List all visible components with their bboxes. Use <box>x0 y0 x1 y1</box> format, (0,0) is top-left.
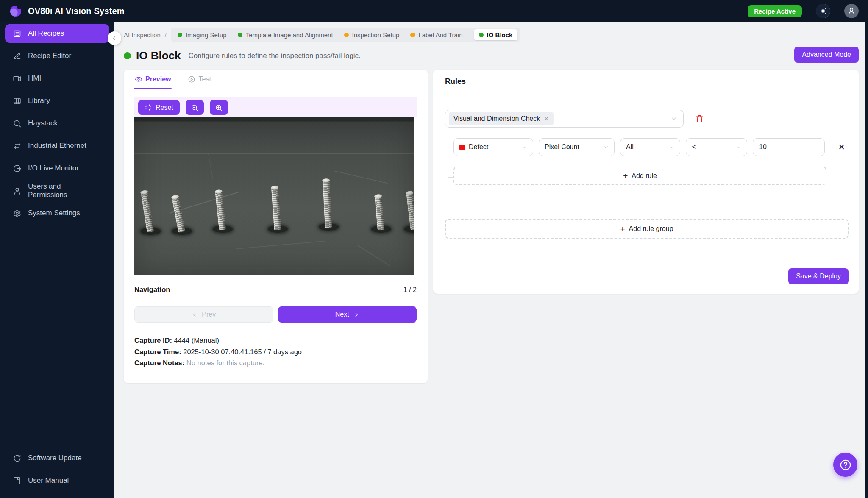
rule-row: Defect Pixel Count All <box>453 138 849 156</box>
rules-panel: Rules Visual and Dimension Check ✕ <box>433 70 859 294</box>
image-toolbar: Reset <box>134 97 417 117</box>
sidebar-item-system-settings[interactable]: System Settings <box>5 204 109 223</box>
chevron-down-icon <box>603 144 609 150</box>
breadcrumb-step-inspection-setup[interactable]: Inspection Setup <box>344 31 400 39</box>
theme-toggle-button[interactable] <box>816 4 830 18</box>
delete-rule-group-button[interactable] <box>695 114 704 123</box>
sidebar-item-io-live-monitor[interactable]: I/O Live Monitor <box>5 159 109 178</box>
trash-icon <box>695 114 704 123</box>
check-type-tag: Visual and Dimension Check ✕ <box>449 112 554 125</box>
sidebar-item-label: Library <box>28 97 50 105</box>
reset-label: Reset <box>156 104 173 111</box>
rule-tree: Defect Pixel Count All <box>445 138 849 185</box>
capture-notes-label: Capture Notes: <box>134 359 184 367</box>
rule-scope-value: All <box>626 143 634 151</box>
check-type-select[interactable]: Visual and Dimension Check ✕ <box>445 110 684 128</box>
chevron-down-icon <box>670 115 677 122</box>
capture-time-value: 2025-10-30 07:40:41.165 / 7 days ago <box>183 348 302 356</box>
grid-icon <box>13 97 22 106</box>
navigation-label: Navigation <box>134 286 170 294</box>
sidebar-item-hmi[interactable]: HMI <box>5 69 109 88</box>
sidebar-item-library[interactable]: Library <box>5 92 109 110</box>
prev-button[interactable]: Prev <box>134 306 273 323</box>
sidebar-item-label: Industrial Ethernet <box>28 142 86 150</box>
sidebar-item-label: System Settings <box>28 209 80 217</box>
page-status-dot <box>124 52 131 59</box>
rule-metric-select[interactable]: Pixel Count <box>539 138 615 156</box>
capture-id-label: Capture ID: <box>134 337 172 344</box>
page-header: IO Block Configure rules to define the i… <box>124 49 859 62</box>
sidebar-item-recipe-editor[interactable]: Recipe Editor <box>5 47 109 65</box>
save-deploy-button[interactable]: Save & Deploy <box>788 268 849 284</box>
rule-operator-value: < <box>692 143 696 151</box>
tab-preview[interactable]: Preview <box>135 70 171 89</box>
chevron-down-icon <box>735 144 742 150</box>
zoom-out-icon <box>191 104 198 111</box>
tab-test[interactable]: Test <box>188 70 211 89</box>
user-avatar[interactable] <box>844 4 859 18</box>
add-rule-group-button[interactable]: + Add rule group <box>445 219 849 239</box>
remove-rule-button[interactable]: ✕ <box>835 140 849 154</box>
sidebar-item-all-recipes[interactable]: All Recipes <box>5 24 109 43</box>
advanced-mode-button[interactable]: Advanced Mode <box>794 47 859 63</box>
remove-tag-icon[interactable]: ✕ <box>544 115 549 122</box>
zoom-in-button[interactable] <box>210 100 228 115</box>
page-subtitle: Configure rules to define the inspection… <box>188 52 360 60</box>
sidebar-item-users-permissions[interactable]: Users and Permissions <box>5 181 109 200</box>
breadcrumb-separator: / <box>165 31 167 39</box>
step-status-dot <box>410 33 415 37</box>
step-label: IO Block <box>487 31 513 39</box>
sidebar-collapse-button[interactable] <box>108 31 121 45</box>
class-color-swatch <box>459 145 465 150</box>
breadcrumb-step-io-block[interactable]: IO Block <box>474 29 518 40</box>
sidebar-item-haystack[interactable]: Haystack <box>5 114 109 133</box>
reset-view-button[interactable]: Reset <box>138 100 180 115</box>
recipes-icon <box>13 29 22 38</box>
chevron-right-icon <box>353 312 359 318</box>
chevron-down-icon <box>521 144 528 150</box>
next-button[interactable]: Next <box>278 306 417 323</box>
sidebar-item-label: I/O Live Monitor <box>28 164 79 172</box>
gear-icon <box>13 209 22 218</box>
breadcrumb-step-label-and-train[interactable]: Label And Train <box>410 31 462 39</box>
sidebar-item-user-manual[interactable]: User Manual <box>5 471 109 490</box>
sidebar-item-label: User Manual <box>28 476 69 485</box>
tab-label: Preview <box>145 75 171 83</box>
page-indicator: 1 / 2 <box>403 286 417 294</box>
step-label: Inspection Setup <box>352 31 400 39</box>
preview-panel: Preview Test Reset <box>124 70 428 383</box>
breadcrumb-step-template-alignment[interactable]: Template Image and Alignment <box>238 31 333 39</box>
fit-view-icon <box>145 104 152 111</box>
topbar-divider <box>809 7 809 15</box>
user-icon <box>13 186 22 195</box>
step-label: Template Image and Alignment <box>246 31 333 39</box>
zoom-out-button[interactable] <box>186 100 204 115</box>
topbar-divider <box>837 7 837 15</box>
check-type-tag-label: Visual and Dimension Check <box>453 115 540 122</box>
chevron-left-icon <box>192 312 198 318</box>
capture-info: Capture ID: 4444 (Manual) Capture Time: … <box>134 335 417 369</box>
sidebar-item-industrial-ethernet[interactable]: Industrial Ethernet <box>5 136 109 155</box>
breadcrumb-step-imaging-setup[interactable]: Imaging Setup <box>178 31 227 39</box>
capture-notes-row: Capture Notes: No notes for this capture… <box>134 357 417 369</box>
preview-image[interactable] <box>134 117 414 275</box>
capture-id-value: 4444 (Manual) <box>174 337 219 344</box>
help-button[interactable] <box>833 453 857 477</box>
add-rule-group-label: Add rule group <box>629 225 673 233</box>
rules-divider <box>445 203 849 203</box>
main-content: AI Inspection / Imaging Setup Template I… <box>114 22 865 498</box>
image-vignette <box>134 117 414 275</box>
step-status-dot <box>344 33 349 37</box>
capture-time-label: Capture Time: <box>134 348 181 356</box>
window-edge <box>865 0 868 498</box>
rule-threshold-input[interactable] <box>753 138 825 156</box>
rule-class-select[interactable]: Defect <box>453 138 533 156</box>
question-circle-icon <box>839 459 852 471</box>
breadcrumb-steps: Imaging Setup Template Image and Alignme… <box>171 28 520 42</box>
sidebar-item-software-update[interactable]: Software Update <box>5 449 109 467</box>
add-rule-button[interactable]: + Add rule <box>453 167 826 185</box>
rule-operator-select[interactable]: < <box>686 138 747 156</box>
capture-notes-value: No notes for this capture. <box>186 359 264 367</box>
rule-scope-select[interactable]: All <box>620 138 680 156</box>
breadcrumb-root[interactable]: AI Inspection <box>124 31 161 39</box>
